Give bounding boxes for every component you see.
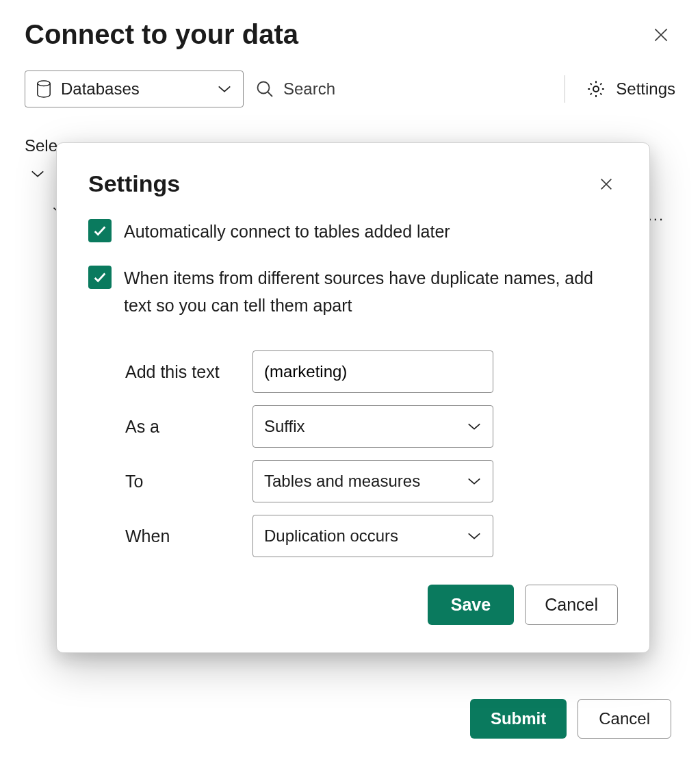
chevron-down-icon: [467, 531, 482, 541]
chevron-down-icon: [217, 84, 232, 94]
svg-point-5: [593, 86, 599, 92]
when-label: When: [125, 526, 252, 546]
separator: [565, 75, 565, 103]
as-a-label: As a: [125, 417, 252, 437]
modal-title: Settings: [88, 170, 180, 197]
search-input[interactable]: [283, 79, 420, 99]
modal-close-button[interactable]: [595, 173, 618, 196]
as-a-select[interactable]: Suffix: [252, 405, 493, 448]
to-value: Tables and measures: [264, 472, 420, 491]
add-text-label: Add this text: [125, 362, 252, 382]
auto-connect-label: Automatically connect to tables added la…: [124, 218, 450, 245]
duplicate-names-label: When items from different sources have d…: [124, 264, 618, 319]
add-text-input[interactable]: [252, 350, 493, 393]
page-title: Connect to your data: [25, 19, 298, 50]
duplicate-names-checkbox[interactable]: [88, 266, 112, 289]
settings-modal: Settings Automatically connect to tables…: [56, 142, 650, 653]
save-button[interactable]: Save: [428, 585, 514, 625]
svg-point-3: [258, 82, 270, 94]
auto-connect-checkbox[interactable]: [88, 219, 112, 242]
settings-button[interactable]: Settings: [586, 79, 675, 99]
close-icon: [599, 177, 614, 192]
svg-point-2: [38, 81, 50, 86]
source-dropdown-label: Databases: [61, 79, 140, 99]
to-select[interactable]: Tables and measures: [252, 460, 493, 502]
cancel-button[interactable]: Cancel: [578, 699, 671, 739]
submit-button[interactable]: Submit: [470, 699, 567, 739]
modal-cancel-button[interactable]: Cancel: [525, 585, 618, 625]
chevron-down-icon: [467, 476, 482, 486]
as-a-value: Suffix: [264, 417, 305, 436]
chevron-down-icon: [467, 422, 482, 431]
chevron-down-icon[interactable]: [30, 169, 45, 179]
when-value: Duplication occurs: [264, 526, 398, 546]
when-select[interactable]: Duplication occurs: [252, 515, 493, 557]
close-icon: [652, 26, 670, 44]
database-icon: [36, 80, 51, 98]
settings-button-label: Settings: [616, 79, 675, 99]
close-button[interactable]: [647, 21, 675, 49]
check-icon: [92, 223, 107, 238]
overflow-menu[interactable]: ...: [648, 207, 664, 225]
search-icon: [256, 80, 274, 98]
to-label: To: [125, 472, 252, 491]
gear-icon: [586, 79, 606, 99]
source-dropdown[interactable]: Databases: [25, 71, 244, 107]
svg-line-4: [268, 92, 273, 97]
check-icon: [92, 270, 107, 285]
